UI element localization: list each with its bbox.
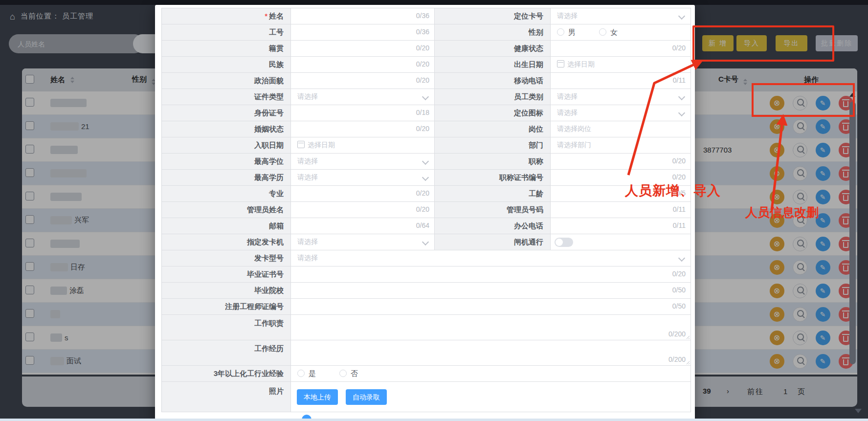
text-input[interactable]: 0/50 [291, 283, 691, 299]
text-input[interactable]: 0/11 [551, 202, 691, 218]
form-label: 性别 [435, 24, 551, 41]
form-row: 照片本地上传自动录取 [162, 382, 691, 412]
auto-capture-button[interactable]: 自动录取 [346, 389, 387, 405]
select-field[interactable]: 请选择 [291, 170, 435, 186]
select-placeholder: 请选择 [291, 254, 318, 262]
form-label-text: 专业 [269, 189, 284, 198]
radio-option[interactable]: 男 [557, 24, 576, 40]
form-label-text: 发卡型号 [254, 254, 284, 262]
text-input[interactable]: 0/20 [291, 41, 435, 57]
resize-handle-icon [685, 334, 690, 339]
form-label-text: 闸机通行 [514, 238, 543, 246]
char-counter: 0/20 [672, 266, 686, 282]
text-input[interactable]: 请选择岗位 [551, 121, 691, 137]
radio-label: 是 [309, 366, 316, 381]
char-counter: 0/20 [416, 202, 429, 217]
text-input[interactable]: 0/20 [291, 121, 435, 137]
required-mark: * [265, 12, 267, 20]
form-label-text: 政治面貌 [254, 76, 284, 85]
form-label: 定位图标 [435, 105, 551, 121]
form-label-text: 3年以上化工行业经验 [214, 369, 284, 377]
form-row: 证件类型请选择员工类别请选择 [162, 89, 691, 105]
chevron-down-icon [422, 174, 429, 181]
select-field[interactable]: 请选择 [291, 250, 691, 266]
form-row: 注册工程师证编号0/50 [162, 299, 691, 315]
char-counter: 0/200 [668, 356, 686, 363]
text-input[interactable]: 0/20 [291, 57, 435, 73]
annotation-box-row-actions [752, 83, 855, 117]
text-input[interactable]: 0/20 [291, 186, 435, 202]
form-label-text: 指定发卡机 [247, 238, 284, 246]
form-label: 婚姻状态 [162, 121, 291, 137]
select-field[interactable]: 请选择 [291, 234, 435, 250]
form-label-text: 管理员姓名 [247, 205, 284, 214]
char-counter: 0/20 [416, 73, 429, 88]
resize-handle-icon [685, 360, 690, 364]
chevron-down-icon [678, 255, 685, 262]
form-label-text: 出生日期 [514, 60, 543, 68]
calendar-icon [557, 60, 564, 67]
radio-option[interactable]: 女 [599, 24, 618, 40]
select-field[interactable]: 请选择 [291, 89, 435, 105]
form-label: 毕业证书号 [162, 266, 291, 283]
form-label-text: 最高学历 [254, 173, 284, 181]
form-label: 定位卡号 [435, 8, 551, 24]
text-input[interactable]: 0/36 [291, 8, 435, 24]
radio-circle-icon [339, 370, 347, 377]
char-counter: 0/200 [668, 331, 686, 337]
form-label-text: 职称证书编号 [499, 173, 543, 181]
char-counter: 0/11 [673, 202, 686, 217]
text-input[interactable]: 0/64 [291, 218, 435, 234]
form-label-text: 工号 [269, 28, 284, 36]
form-label-text: 姓名 [269, 12, 284, 20]
char-counter: 0/20 [672, 154, 686, 169]
char-counter: 0/36 [416, 24, 429, 40]
radio-option[interactable]: 是 [297, 366, 316, 381]
form-label: 工作职责 [162, 315, 291, 340]
toggle-switch[interactable] [555, 238, 573, 247]
text-input[interactable]: 请选择部门 [551, 137, 691, 154]
radio-option[interactable]: 否 [339, 366, 358, 381]
form-row: 毕业证书号0/20 [162, 266, 691, 283]
text-input[interactable]: 0/11 [551, 73, 691, 89]
form-label: 职称证书编号 [435, 170, 551, 186]
form-row: 婚姻状态0/20岗位请选择岗位 [162, 121, 691, 137]
form-label-text: 毕业院校 [254, 286, 284, 294]
photo-buttons: 本地上传自动录取 [291, 382, 691, 412]
form-label-text: 职称 [529, 157, 543, 165]
text-input[interactable]: 0/20 [291, 202, 435, 218]
text-input[interactable]: 0/18 [291, 105, 435, 121]
select-field[interactable]: 请选择 [551, 105, 691, 121]
form-label: *姓名 [162, 8, 291, 24]
textarea-field[interactable]: 0/200 [291, 315, 691, 340]
form-label-text: 定位卡号 [514, 12, 543, 20]
text-input[interactable]: 0/36 [291, 24, 435, 41]
screenshot-root: ⌂ 当前位置： 员工管理 人员姓名 新 增导入导出批量删除 姓名 性别 [0, 0, 868, 421]
text-input[interactable]: 0/50 [291, 299, 691, 315]
form-label-text: 工作职责 [254, 319, 284, 327]
form-label-text: 定位图标 [514, 109, 543, 117]
form-label-text: 移动电话 [514, 76, 543, 85]
form-label: 政治面貌 [162, 73, 291, 89]
form-row: 管理员姓名0/20管理员号码0/11 [162, 202, 691, 218]
char-counter: 0/20 [416, 57, 429, 72]
form-row: 身份证号0/18定位图标请选择 [162, 105, 691, 121]
textarea-field[interactable]: 0/200 [291, 340, 691, 366]
select-field[interactable]: 请选择 [551, 89, 691, 105]
form-label: 最高学位 [162, 154, 291, 170]
select-field[interactable]: 请选择 [551, 8, 691, 24]
date-field[interactable]: 选择日期 [291, 137, 435, 154]
date-field[interactable]: 选择日期 [551, 57, 691, 73]
select-field[interactable]: 请选择 [291, 154, 435, 170]
form-label: 发卡型号 [162, 250, 291, 266]
text-input[interactable]: 0/20 [291, 73, 435, 89]
text-input[interactable]: 0/20 [291, 266, 691, 283]
char-counter: 0/20 [672, 41, 686, 56]
form-row: 工号0/36性别男女 [162, 24, 691, 41]
form-label: 工作经历 [162, 340, 291, 366]
radio-circle-icon [557, 28, 564, 36]
upload-local-button[interactable]: 本地上传 [297, 389, 338, 405]
text-input[interactable]: 0/20 [551, 41, 691, 57]
text-input[interactable]: 0/20 [551, 154, 691, 170]
text-input[interactable]: 0/11 [551, 218, 691, 234]
